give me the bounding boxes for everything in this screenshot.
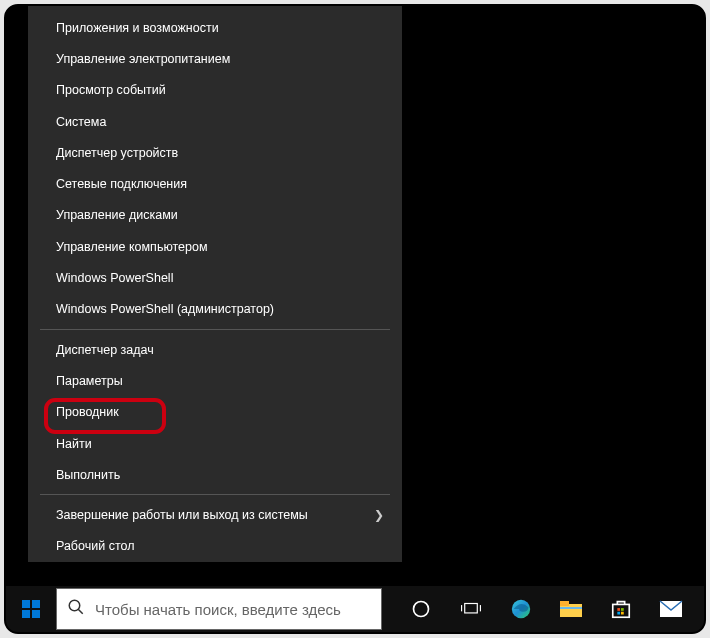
svg-point-6 [414,602,429,617]
mail-button[interactable] [646,586,696,632]
svg-rect-14 [613,604,630,617]
search-input[interactable] [95,601,371,618]
menu-item-label: Управление электропитанием [56,52,230,66]
menu-item-label: Диспетчер задач [56,343,154,357]
menu-item-apps-features[interactable]: Приложения и возможности [28,12,402,43]
menu-item-label: Система [56,115,106,129]
svg-rect-3 [32,610,40,618]
edge-icon [510,598,532,620]
menu-item-label: Windows PowerShell (администратор) [56,302,274,316]
menu-item-label: Приложения и возможности [56,21,219,35]
svg-point-4 [69,600,80,611]
menu-item-run[interactable]: Выполнить [28,459,402,490]
windows-logo-icon [22,600,40,618]
menu-item-power-options[interactable]: Управление электропитанием [28,43,402,74]
menu-item-system[interactable]: Система [28,106,402,137]
taskbar [6,586,704,632]
taskbar-icon-row [396,586,696,632]
menu-item-label: Рабочий стол [56,539,134,553]
screenshot-frame: Приложения и возможности Управление элек… [4,4,706,634]
task-view-icon [460,600,482,618]
menu-item-label: Windows PowerShell [56,271,173,285]
start-button[interactable] [6,586,56,632]
menu-item-label: Управление дисками [56,208,178,222]
svg-rect-7 [465,604,478,613]
store-icon [610,598,632,620]
svg-rect-12 [560,601,569,606]
menu-item-network-connections[interactable]: Сетевые подключения [28,168,402,199]
chevron-right-icon: ❯ [374,508,384,522]
menu-separator [40,329,390,330]
task-view-button[interactable] [446,586,496,632]
svg-rect-2 [22,610,30,618]
cortana-icon [411,599,431,619]
taskbar-search-box[interactable] [56,588,382,630]
svg-rect-15 [617,608,620,611]
menu-item-file-explorer[interactable]: Проводник [28,397,402,428]
search-icon [67,598,85,620]
menu-item-label: Управление компьютером [56,240,208,254]
menu-item-label: Сетевые подключения [56,177,187,191]
menu-item-label: Выполнить [56,468,120,482]
folder-icon [559,599,583,619]
svg-rect-18 [621,612,624,615]
microsoft-store-button[interactable] [596,586,646,632]
svg-rect-0 [22,600,30,608]
menu-item-label: Завершение работы или выход из системы [56,508,308,522]
file-explorer-button[interactable] [546,586,596,632]
svg-rect-17 [617,612,620,615]
menu-separator [40,494,390,495]
menu-item-disk-management[interactable]: Управление дисками [28,200,402,231]
menu-item-powershell[interactable]: Windows PowerShell [28,262,402,293]
menu-item-label: Найти [56,437,92,451]
menu-item-task-manager[interactable]: Диспетчер задач [28,334,402,365]
menu-item-powershell-admin[interactable]: Windows PowerShell (администратор) [28,294,402,325]
menu-item-event-viewer[interactable]: Просмотр событий [28,75,402,106]
menu-item-label: Просмотр событий [56,83,166,97]
menu-item-shutdown-signout[interactable]: Завершение работы или выход из системы ❯ [28,499,402,530]
menu-item-device-manager[interactable]: Диспетчер устройств [28,137,402,168]
svg-line-5 [78,609,83,614]
menu-item-label: Параметры [56,374,123,388]
edge-button[interactable] [496,586,546,632]
menu-item-desktop[interactable]: Рабочий стол [28,531,402,562]
menu-item-search[interactable]: Найти [28,428,402,459]
mail-icon [659,600,683,618]
menu-item-computer-management[interactable]: Управление компьютером [28,231,402,262]
menu-item-settings[interactable]: Параметры [28,365,402,396]
svg-rect-16 [621,608,624,611]
svg-rect-13 [560,607,582,609]
svg-rect-1 [32,600,40,608]
menu-item-label: Диспетчер устройств [56,146,178,160]
cortana-button[interactable] [396,586,446,632]
menu-item-label: Проводник [56,405,119,419]
winx-context-menu: Приложения и возможности Управление элек… [28,6,402,562]
